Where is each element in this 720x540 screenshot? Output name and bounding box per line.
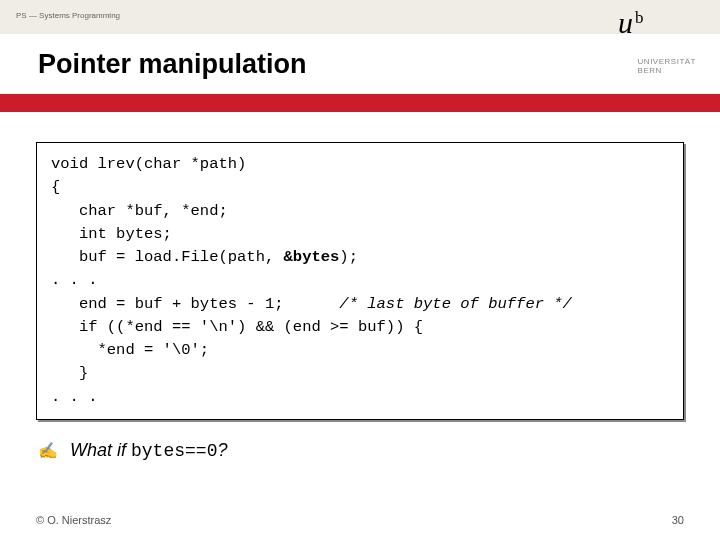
copyright: © O. Nierstrasz [36, 514, 111, 526]
question-row: ✍ What if bytes==0? [36, 440, 684, 461]
code-line-4: int bytes; [51, 225, 172, 243]
pointing-hand-icon: ✍ [38, 441, 58, 460]
page-number: 30 [672, 514, 684, 526]
question-prefix: What if [70, 440, 131, 460]
code-comment: /* last byte of buffer */ [339, 295, 572, 313]
code-line-9: *end = '\0'; [51, 341, 209, 359]
title-row: Pointer manipulation [0, 34, 720, 94]
logo-letter-b: b [635, 9, 644, 26]
code-line-11: . . . [51, 388, 98, 406]
code-line-6: . . . [51, 271, 98, 289]
university-name: UNIVERSITÄT BERN [638, 58, 696, 76]
code-line-2: { [51, 178, 60, 196]
uni-line-2: BERN [638, 67, 696, 76]
red-band [0, 94, 720, 112]
code-line-5-bold: &bytes [284, 248, 340, 266]
code-line-5a: buf = load.File(path, [51, 248, 284, 266]
content-area: void lrev(char *path) { char *buf, *end;… [0, 112, 720, 461]
footer: © O. Nierstrasz 30 [36, 514, 684, 526]
code-listing: void lrev(char *path) { char *buf, *end;… [36, 142, 684, 420]
code-line-1: void lrev(char *path) [51, 155, 246, 173]
course-label: PS — Systems Programming [16, 11, 120, 20]
question-code: bytes==0 [131, 441, 217, 461]
code-line-3: char *buf, *end; [51, 202, 228, 220]
code-line-5c: ); [339, 248, 358, 266]
code-line-7a: end = buf + bytes - 1; [51, 295, 339, 313]
code-line-8: if ((*end == '\n') && (end >= buf)) { [51, 318, 423, 336]
code-line-10: } [51, 364, 88, 382]
question-suffix: ? [217, 440, 227, 460]
page-title: Pointer manipulation [38, 49, 307, 80]
question-text: What if bytes==0? [70, 440, 227, 461]
